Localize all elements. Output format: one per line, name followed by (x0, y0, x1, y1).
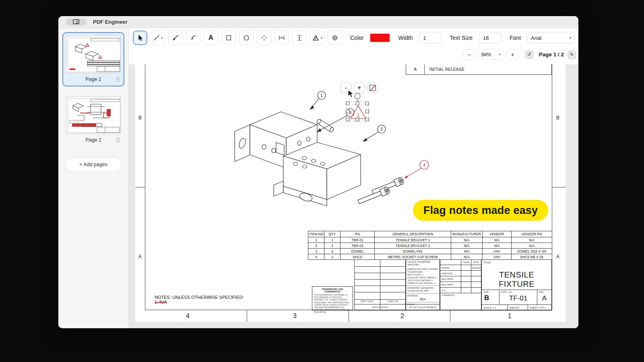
width-label: Width (398, 35, 413, 41)
width-input[interactable] (419, 33, 442, 43)
flag-decrement-button[interactable]: - (341, 82, 351, 93)
rectangle-tool-button[interactable] (221, 31, 236, 45)
page-thumbnail-2[interactable]: Page 2 (62, 93, 124, 147)
leader-tool-button[interactable] (186, 31, 200, 45)
bom-cell: 1 (308, 237, 324, 243)
bom-cell: 1 (324, 243, 341, 249)
interpret-line: TOLERANCING PER: (407, 290, 438, 292)
approval-date (471, 276, 481, 282)
font-value: Arial (531, 35, 541, 41)
approval-date (471, 288, 481, 293)
font-select[interactable]: Arial ▾ (527, 33, 575, 43)
bom-cell: SHCS M5 X 25 (512, 254, 552, 260)
balloon-4: 4 (404, 160, 429, 179)
rev-value: A (537, 294, 551, 302)
proprietary-text: THE INFORMATION CONTAINED IN THIS DRAWIN… (314, 294, 351, 314)
text-icon: A (208, 34, 213, 42)
cap-screws (357, 177, 405, 205)
bom-cell: DOWEL (341, 249, 375, 254)
drag-handle-icon[interactable] (116, 76, 120, 84)
title-label: TITLE: (483, 261, 491, 264)
bom-cell: N/A (483, 243, 512, 249)
flag-increment-button[interactable]: + (354, 82, 365, 93)
bom-cell: TENSILE BRACKET 1 (375, 237, 451, 243)
svg-text:1: 1 (357, 112, 359, 118)
text-size-input[interactable] (479, 33, 502, 43)
bom-header: ITEM NO. (308, 231, 324, 237)
flag-note-icon (312, 34, 320, 41)
redo-button[interactable]: ↻ (568, 51, 576, 59)
proprietary-title: PROPRIETARY AND CONFIDENTIAL (314, 288, 351, 293)
chevron-down-icon: ▾ (570, 36, 571, 40)
chevron-down-icon: ▾ (320, 36, 322, 40)
color-swatch-button[interactable] (370, 33, 390, 42)
bom-table: ITEM NO. QTY. PN GENERAL DESCRIPTION MAN… (308, 231, 552, 260)
bom-cell: 2 (324, 254, 341, 260)
line-icon (153, 34, 160, 41)
leader-icon (190, 34, 197, 41)
document-canvas[interactable]: B B A A 4 3 2 1 A INITIAL RELEASE (129, 64, 578, 328)
datum-target-icon (331, 34, 339, 41)
size-value: B (484, 294, 489, 302)
drawing-title: TENSILE FIXTURE (482, 270, 551, 289)
date-column-header: DATE (471, 260, 481, 265)
text-tool-button[interactable]: A (204, 31, 218, 45)
page-2-label: Page 2 (85, 137, 101, 143)
approval-label: ENG APPR. (440, 276, 461, 282)
app-tab[interactable] (66, 19, 87, 26)
zoom-level-value: 94% (481, 52, 491, 58)
center-mark-icon (260, 34, 268, 41)
app-title: PDF Engineer (93, 19, 127, 25)
bom-row: 32DOWELDOWEL PINN/AANYDOWEL 3/16 X 3/4 (308, 249, 552, 254)
flag-style-button[interactable] (367, 82, 378, 93)
zoom-in-button[interactable]: + (507, 49, 519, 60)
text-size-label: Text Size (450, 35, 473, 41)
line-style-icon (369, 85, 376, 91)
zoom-level-select[interactable]: 94% ▾ (478, 49, 504, 60)
center-mark-tool-button[interactable] (257, 31, 271, 45)
rev-label: REV (539, 291, 544, 293)
approval-date: 10/13/25 (471, 265, 481, 270)
add-pages-button[interactable]: + Add pages (65, 158, 122, 171)
application-block: NEXT ASSY USED ON APPLICATION (354, 259, 406, 311)
line-tool-button[interactable]: ▾ (151, 31, 165, 45)
rotation-handle[interactable] (355, 93, 360, 99)
comments-label: COMMENTS: (440, 293, 481, 296)
datum-target-tool-button[interactable] (328, 31, 342, 45)
tolerance-line: TOLERANCES: (407, 271, 438, 274)
vertical-dimension-tool-button[interactable] (292, 31, 307, 45)
dimension-horizontal-icon (278, 34, 285, 41)
drag-handle-icon[interactable] (116, 137, 120, 144)
pdf-page-1[interactable]: B B A A 4 3 2 1 A INITIAL RELEASE (135, 64, 566, 322)
page-thumbnail-1[interactable]: Page 1 (62, 32, 124, 86)
bom-cell: ANY (483, 249, 512, 254)
bom-cell: N/A (512, 237, 552, 243)
scale-label: SCALE: 1:1 (482, 305, 508, 311)
bom-cell: ANY (483, 254, 512, 260)
bom-cell: METRIC SOCKET CAP SCREW (375, 254, 451, 260)
notes-line-1: NOTES: UNLESS OTHERWISE SPECIFIED: (155, 295, 244, 300)
approval-label: MFG APPR. (440, 282, 461, 287)
page-2-thumb-image (66, 97, 121, 134)
select-tool-button[interactable] (133, 31, 147, 45)
size-label: SIZE (483, 291, 489, 293)
drawing-notes: NOTES: UNLESS OTHERWISE SPECIFIED: 1. N/… (155, 295, 244, 304)
approval-label: Q.A. (440, 288, 461, 293)
promo-banner: Flag notes made easy (413, 200, 548, 221)
undo-button[interactable]: ↺ (525, 51, 533, 59)
desktop-background: PDF Engineer (0, 0, 644, 362)
ellipse-tool-button[interactable] (239, 31, 254, 45)
flag-note-tool-button[interactable]: ▾ (310, 31, 324, 45)
sheet-label: SHEET 1 OF 1 (528, 305, 551, 311)
app-window: PDF Engineer (58, 16, 578, 328)
tolerance-line: UNLESS OTHERWISE SPECIFIED: (407, 261, 438, 266)
next-assy-label: NEXT ASSY (355, 298, 380, 304)
bom-cell: N/A (451, 249, 483, 254)
approval-label: CHECKED (440, 271, 461, 276)
approval-date (471, 271, 481, 276)
horizontal-dimension-tool-button[interactable] (275, 31, 289, 45)
dimension-vertical-icon (296, 34, 303, 41)
bom-cell: 2 (308, 243, 324, 249)
zoom-out-button[interactable]: − (463, 49, 475, 60)
arrow-tool-button[interactable] (168, 31, 183, 45)
